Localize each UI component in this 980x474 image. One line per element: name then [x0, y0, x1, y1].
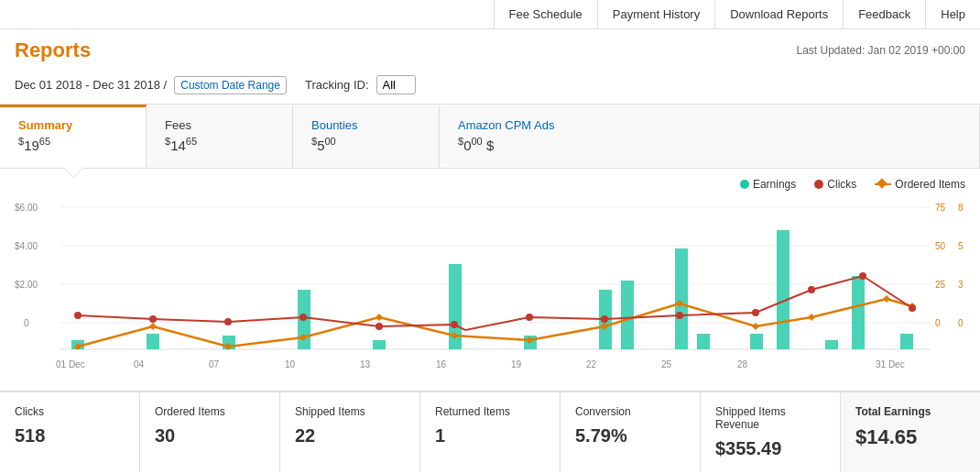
svg-rect-32 — [900, 334, 913, 349]
svg-text:5: 5 — [958, 241, 964, 251]
ordered-items-value: 30 — [155, 425, 265, 446]
returned-items-label: Returned Items — [435, 405, 545, 418]
stat-total-earnings: Total Earnings $14.65 — [841, 392, 980, 472]
svg-point-49 — [299, 314, 307, 321]
tab-bounties-value: $500 — [311, 136, 420, 153]
last-updated: Last Updated: Jan 02 2019 +00:00 — [797, 44, 965, 57]
svg-text:10: 10 — [285, 359, 296, 369]
svg-text:0: 0 — [958, 318, 964, 328]
svg-rect-30 — [825, 340, 838, 349]
custom-date-range-btn[interactable]: Custom Date Range — [174, 76, 287, 94]
svg-rect-29 — [777, 230, 789, 349]
legend-ordered: Ordered Items — [875, 178, 965, 191]
top-nav: Fee Schedule Payment History Download Re… — [0, 0, 980, 29]
svg-text:25: 25 — [661, 359, 672, 369]
stat-shipped-items: Shipped Items 22 — [280, 392, 420, 472]
fee-schedule-btn[interactable]: Fee Schedule — [494, 0, 597, 28]
chart-container: $6.00 $4.00 $2.00 0 75 50 25 0 8 5 3 0 — [15, 198, 965, 381]
returned-items-value: 1 — [435, 425, 545, 446]
tab-bounties[interactable]: Bounties $500 — [293, 105, 440, 168]
svg-point-56 — [808, 286, 815, 293]
tab-fees-label: Fees — [165, 118, 274, 132]
svg-text:04: 04 — [134, 359, 145, 369]
svg-text:28: 28 — [737, 359, 748, 369]
tab-summary-label: Summary — [18, 118, 127, 132]
svg-point-46 — [74, 312, 82, 319]
clicks-icon — [814, 180, 823, 189]
earnings-label: Earnings — [753, 178, 796, 191]
clicks-label: Clicks — [827, 178, 856, 191]
svg-rect-25 — [621, 281, 634, 349]
tracking-id-select[interactable]: All — [376, 75, 416, 94]
svg-text:22: 22 — [586, 359, 597, 369]
svg-text:16: 16 — [436, 359, 447, 369]
svg-point-48 — [224, 318, 232, 325]
tab-bounties-label: Bounties — [311, 118, 420, 132]
date-range-text: Dec 01 2018 - Dec 31 2018 / — [15, 78, 167, 92]
svg-text:07: 07 — [209, 359, 220, 369]
ordered-items-label: Ordered Items — [155, 405, 265, 418]
svg-marker-34 — [149, 323, 157, 330]
total-earnings-value: $14.65 — [855, 425, 965, 449]
filter-row: Dec 01 2018 - Dec 31 2018 / Custom Date … — [0, 72, 980, 104]
conversion-value: 5.79% — [575, 425, 685, 446]
tab-cpm-label: Amazon CPM Ads — [458, 118, 961, 132]
shipped-items-value: 22 — [295, 425, 405, 446]
svg-point-50 — [376, 323, 383, 330]
shipped-revenue-value: $355.49 — [715, 438, 825, 459]
svg-rect-21 — [373, 340, 386, 349]
svg-text:13: 13 — [360, 359, 371, 369]
svg-text:3: 3 — [958, 280, 964, 290]
svg-rect-31 — [852, 276, 865, 349]
legend-clicks: Clicks — [814, 178, 856, 191]
svg-rect-26 — [675, 248, 688, 349]
feedback-btn[interactable]: Feedback — [843, 0, 925, 28]
svg-text:25: 25 — [935, 280, 946, 290]
svg-point-53 — [601, 315, 608, 323]
svg-text:$6.00: $6.00 — [15, 203, 38, 213]
ordered-icon — [875, 183, 891, 185]
download-reports-btn[interactable]: Download Reports — [714, 0, 843, 28]
svg-rect-28 — [750, 334, 763, 349]
stat-returned-items: Returned Items 1 — [420, 392, 561, 472]
svg-text:8: 8 — [958, 203, 964, 213]
conversion-label: Conversion — [575, 405, 685, 418]
svg-point-47 — [149, 315, 157, 323]
help-btn[interactable]: Help — [925, 0, 980, 28]
svg-text:50: 50 — [935, 241, 946, 251]
tab-cpm-value: $000 $ — [458, 136, 961, 153]
svg-rect-27 — [697, 334, 710, 349]
svg-rect-18 — [147, 334, 159, 349]
chart-svg: $6.00 $4.00 $2.00 0 75 50 25 0 8 5 3 0 — [15, 198, 965, 381]
total-earnings-label: Total Earnings — [855, 405, 965, 418]
page-title: Reports — [15, 39, 91, 62]
svg-point-57 — [859, 272, 866, 280]
tab-fees-value: $1465 — [165, 136, 274, 153]
chart-legend: Earnings Clicks Ordered Items — [15, 178, 965, 191]
page-header: Reports Last Updated: Jan 02 2019 +00:00 — [0, 29, 980, 72]
svg-point-54 — [676, 312, 683, 319]
tab-summary[interactable]: Summary $1965 — [0, 105, 147, 168]
tracking-label: Tracking ID: — [305, 78, 369, 92]
chart-area: Earnings Clicks Ordered Items $6.00 $4.0… — [0, 168, 980, 381]
svg-text:0: 0 — [935, 318, 941, 328]
stat-clicks: Clicks 518 — [0, 392, 140, 472]
stats-row: Clicks 518 Ordered Items 30 Shipped Item… — [0, 391, 980, 472]
legend-earnings: Earnings — [740, 178, 796, 191]
shipped-revenue-label: Shipped Items Revenue — [715, 405, 825, 431]
svg-text:31 Dec: 31 Dec — [876, 359, 905, 369]
stat-ordered-items: Ordered Items 30 — [140, 392, 280, 472]
stat-conversion: Conversion 5.79% — [561, 392, 701, 472]
clicks-value: 518 — [15, 425, 125, 446]
shipped-items-label: Shipped Items — [295, 405, 405, 418]
svg-text:$4.00: $4.00 — [15, 241, 38, 251]
svg-text:19: 19 — [511, 359, 522, 369]
svg-point-52 — [526, 314, 533, 321]
stat-shipped-revenue: Shipped Items Revenue $355.49 — [701, 392, 841, 472]
earnings-icon — [740, 180, 749, 189]
payment-history-btn[interactable]: Payment History — [597, 0, 714, 28]
tab-amazon-cpm[interactable]: Amazon CPM Ads $000 $ — [440, 105, 980, 168]
tab-fees[interactable]: Fees $1465 — [147, 105, 293, 168]
svg-marker-43 — [808, 314, 815, 321]
svg-marker-37 — [376, 314, 383, 321]
